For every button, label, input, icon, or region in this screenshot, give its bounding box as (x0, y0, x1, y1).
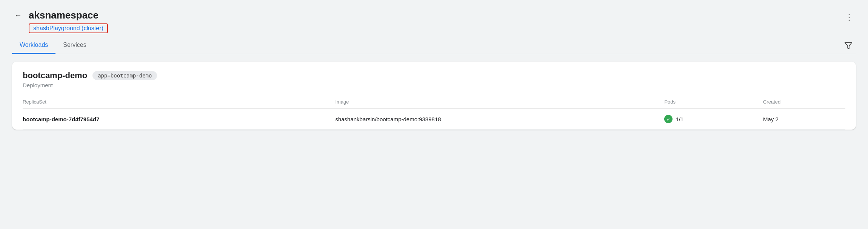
filter-icon (844, 42, 853, 50)
col-header-created: Created (763, 95, 845, 109)
cluster-badge[interactable]: shasbPlayground (cluster) (29, 23, 108, 33)
header: ← aksnamespace shasbPlayground (cluster)… (12, 9, 856, 33)
more-button[interactable]: ⋮ (842, 11, 856, 24)
tab-workloads[interactable]: Workloads (12, 38, 55, 54)
deployment-type: Deployment (23, 82, 845, 88)
tabs: Workloads Services (12, 38, 94, 54)
pods-value: ✓ 1/1 (664, 109, 763, 130)
svg-marker-0 (845, 43, 852, 49)
deployment-name: bootcamp-demo (23, 71, 87, 80)
back-button[interactable]: ← (12, 9, 24, 21)
workload-card: bootcamp-demo app=bootcamp-demo Deployme… (12, 62, 856, 130)
pods-count: 1/1 (676, 116, 683, 122)
header-left: ← aksnamespace shasbPlayground (cluster) (12, 9, 108, 33)
col-header-replicaset: ReplicaSet (23, 95, 335, 109)
header-right: ⋮ (842, 9, 856, 24)
title-row: ← aksnamespace (12, 9, 108, 21)
table-header-row: ReplicaSet Image Pods Created (23, 95, 845, 109)
created-value: May 2 (763, 109, 845, 130)
image-value: shashankbarsin/bootcamp-demo:9389818 (335, 109, 664, 130)
tabs-row: Workloads Services (12, 38, 856, 54)
pods-status-icon: ✓ (664, 115, 673, 123)
replicaset-table: ReplicaSet Image Pods Created bootcamp-d… (23, 95, 845, 130)
col-header-image: Image (335, 95, 664, 109)
page-title: aksnamespace (29, 9, 98, 21)
filter-button[interactable] (841, 38, 856, 53)
tab-services[interactable]: Services (55, 38, 94, 54)
table-row[interactable]: bootcamp-demo-7d4f7954d7 shashankbarsin/… (23, 109, 845, 130)
deployment-header: bootcamp-demo app=bootcamp-demo (23, 71, 845, 80)
page-container: ← aksnamespace shasbPlayground (cluster)… (0, 0, 868, 229)
replicaset-name: bootcamp-demo-7d4f7954d7 (23, 109, 335, 130)
label-badge: app=bootcamp-demo (92, 71, 157, 80)
col-header-pods: Pods (664, 95, 763, 109)
